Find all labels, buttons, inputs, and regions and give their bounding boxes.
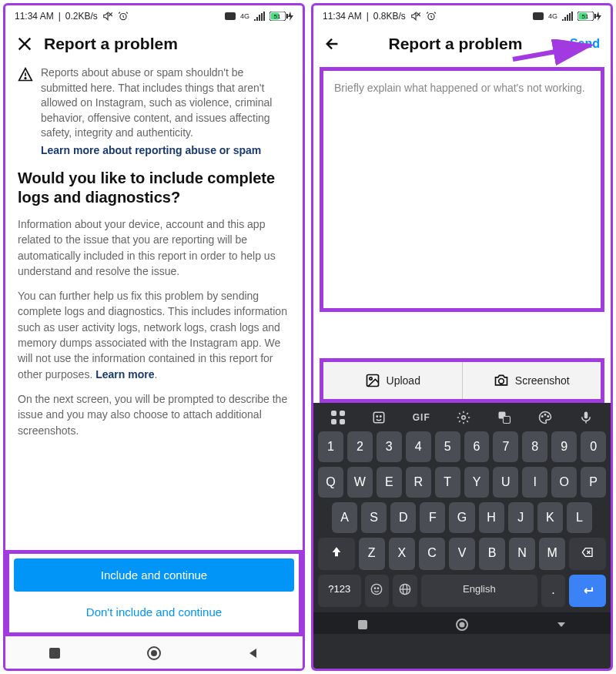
key-r[interactable]: R [406, 467, 431, 498]
bottom-buttons-highlight: Include and continue Don't include and c… [5, 550, 303, 636]
volte-icon [225, 12, 236, 20]
logs-para-3: On the next screen, you will be prompted… [5, 387, 303, 443]
key-enter[interactable] [569, 575, 606, 607]
key-3[interactable]: 3 [377, 431, 402, 462]
phone-left: 11:34 AM | 0.2KB/s 4G 51 Report a proble… [3, 3, 305, 671]
abuse-info-text: Reports about abuse or spam shouldn't be… [41, 65, 290, 141]
translate-icon[interactable] [497, 411, 511, 424]
key-space[interactable]: English [421, 575, 537, 607]
volte-icon [533, 12, 544, 20]
nav-home-icon[interactable] [456, 619, 468, 631]
signal-icon [562, 12, 573, 21]
camera-icon [494, 373, 509, 388]
keyboard-row-3: A S D F G H J K L [316, 500, 608, 535]
key-g[interactable]: G [449, 502, 474, 533]
keyboard-row-2: Q W E R T Y U I O P [316, 464, 608, 500]
abuse-learn-more-link[interactable]: Learn more about reporting abuse or spam [41, 144, 290, 156]
status-bar: 11:34 AM | 0.8KB/s 4G 51 [313, 5, 611, 27]
warning-icon [18, 67, 33, 82]
image-icon [365, 373, 380, 388]
key-period[interactable]: . [541, 575, 566, 607]
sticker-icon[interactable] [372, 411, 386, 424]
key-h[interactable]: H [479, 502, 504, 533]
svg-rect-28 [340, 411, 345, 416]
logs-heading: Would you like to include complete logs … [5, 159, 303, 212]
key-q[interactable]: Q [318, 467, 343, 498]
key-d[interactable]: D [390, 502, 416, 533]
send-button[interactable]: Send [570, 37, 600, 51]
mute-icon [102, 11, 113, 22]
include-continue-button[interactable]: Include and continue [14, 558, 294, 592]
mic-icon[interactable] [579, 411, 593, 424]
svg-point-11 [25, 78, 26, 79]
signal-icon [254, 12, 265, 21]
key-v[interactable]: V [449, 538, 475, 570]
key-p[interactable]: P [581, 467, 606, 498]
key-z[interactable]: Z [359, 538, 385, 570]
keyboard-toolbar: GIF [316, 406, 608, 429]
settings-icon[interactable] [457, 411, 470, 424]
android-navbar [5, 636, 303, 669]
key-shift[interactable] [318, 538, 355, 570]
key-c[interactable]: C [419, 538, 445, 570]
key-backspace[interactable] [569, 538, 606, 570]
key-language[interactable] [393, 575, 417, 607]
nav-recent-icon[interactable] [357, 619, 368, 630]
status-time: 11:34 AM [323, 11, 362, 22]
nav-home-icon[interactable] [147, 646, 161, 660]
alarm-icon [118, 11, 129, 22]
grid-icon[interactable] [331, 411, 345, 424]
key-n[interactable]: N [509, 538, 535, 570]
key-t[interactable]: T [435, 467, 460, 498]
nav-keyboard-down-icon[interactable] [556, 619, 567, 630]
key-l[interactable]: L [567, 502, 592, 533]
key-e[interactable]: E [377, 467, 402, 498]
key-x[interactable]: X [389, 538, 415, 570]
key-u[interactable]: U [493, 467, 518, 498]
key-b[interactable]: B [479, 538, 505, 570]
key-7[interactable]: 7 [493, 431, 518, 462]
mute-icon [410, 11, 421, 22]
close-icon[interactable] [16, 35, 33, 52]
key-s[interactable]: S [361, 502, 387, 533]
key-f[interactable]: F [420, 502, 445, 533]
nav-back-icon[interactable] [247, 647, 259, 659]
learn-more-link[interactable]: Learn more [95, 368, 154, 381]
dont-include-continue-button[interactable]: Don't include and continue [14, 596, 294, 628]
key-emoji[interactable] [365, 575, 390, 607]
key-4[interactable]: 4 [406, 431, 431, 462]
key-k[interactable]: K [537, 502, 563, 533]
svg-rect-31 [373, 412, 384, 423]
status-bar: 11:34 AM | 0.2KB/s 4G 51 [5, 5, 303, 27]
svg-point-14 [151, 650, 157, 656]
battery-icon: 51 [578, 12, 601, 21]
description-textarea[interactable] [323, 71, 601, 308]
key-6[interactable]: 6 [464, 431, 490, 462]
key-1[interactable]: 1 [318, 431, 343, 462]
key-5[interactable]: 5 [435, 431, 460, 462]
key-m[interactable]: M [539, 538, 565, 570]
key-symbols[interactable]: ?123 [318, 575, 361, 607]
svg-text:51: 51 [582, 13, 589, 20]
key-j[interactable]: J [508, 502, 534, 533]
gif-button[interactable]: GIF [413, 412, 430, 423]
key-a[interactable]: A [332, 502, 357, 533]
key-2[interactable]: 2 [347, 431, 373, 462]
key-9[interactable]: 9 [551, 431, 577, 462]
nav-recent-icon[interactable] [49, 647, 61, 659]
upload-button[interactable]: Upload [323, 362, 462, 399]
palette-icon[interactable] [538, 411, 552, 424]
key-o[interactable]: O [551, 467, 577, 498]
back-arrow-icon[interactable] [324, 35, 341, 52]
screenshot-button[interactable]: Screenshot [462, 362, 601, 399]
keyboard-row-1: 1 2 3 4 5 6 7 8 9 0 [316, 429, 608, 464]
svg-point-39 [547, 416, 549, 417]
screenshot-label: Screenshot [515, 374, 570, 387]
svg-point-43 [372, 584, 382, 594]
key-w[interactable]: W [347, 467, 373, 498]
svg-point-33 [380, 416, 382, 417]
key-i[interactable]: I [522, 467, 547, 498]
key-y[interactable]: Y [464, 467, 490, 498]
key-0[interactable]: 0 [581, 431, 606, 462]
key-8[interactable]: 8 [522, 431, 547, 462]
